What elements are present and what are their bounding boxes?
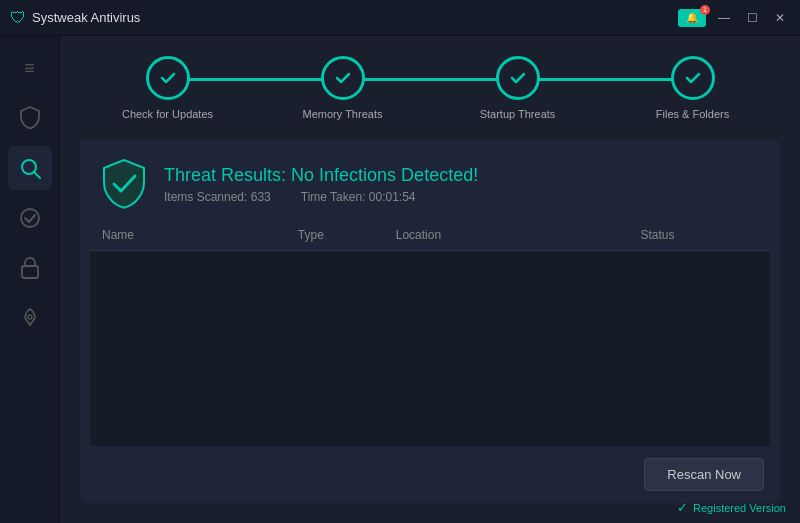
- progress-steps: Check for Updates Memory Threats Startup…: [80, 56, 780, 120]
- sidebar: ≡: [0, 36, 60, 523]
- main-layout: ≡: [0, 36, 800, 523]
- sidebar-item-scan[interactable]: [8, 146, 52, 190]
- results-title-prefix: Threat Results:: [164, 165, 286, 185]
- table-header: Name Type Location Status: [90, 220, 770, 251]
- step-check-updates: Check for Updates: [80, 56, 255, 120]
- hamburger-icon: ≡: [24, 58, 35, 79]
- col-location: Location: [396, 228, 641, 242]
- registered-text: Registered Version: [693, 502, 786, 514]
- results-table: Name Type Location Status: [90, 220, 770, 446]
- notification-badge: 1: [700, 5, 710, 15]
- window-controls: — ☐ ✕: [714, 8, 790, 28]
- results-footer: Rescan Now: [80, 446, 780, 503]
- checkmark-icon-2: [334, 69, 352, 87]
- app-title: Systweak Antivirus: [32, 10, 678, 25]
- svg-line-1: [34, 172, 40, 178]
- step-memory-threats: Memory Threats: [255, 56, 430, 120]
- step-label-4: Files & Folders: [656, 108, 729, 120]
- svg-point-4: [28, 315, 32, 319]
- hamburger-menu[interactable]: ≡: [8, 46, 52, 90]
- results-meta: Items Scanned: 633 Time Taken: 00:01:54: [164, 190, 478, 204]
- step-circle-2: [321, 56, 365, 100]
- maximize-button[interactable]: ☐: [742, 8, 762, 28]
- table-body: [90, 251, 770, 446]
- checkmark-icon-3: [509, 69, 527, 87]
- app-logo-icon: 🛡: [10, 9, 26, 27]
- col-type: Type: [298, 228, 396, 242]
- step-circle-3: [496, 56, 540, 100]
- sidebar-item-privacy[interactable]: [8, 246, 52, 290]
- col-name: Name: [102, 228, 298, 242]
- step-circle-4: [671, 56, 715, 100]
- content-area: Check for Updates Memory Threats Startup…: [60, 36, 800, 523]
- lock-nav-icon: [20, 256, 40, 280]
- scan-nav-icon: [19, 157, 41, 179]
- rescan-button[interactable]: Rescan Now: [644, 458, 764, 491]
- col-status: Status: [641, 228, 759, 242]
- items-scanned: Items Scanned: 633: [164, 190, 271, 204]
- step-label-3: Startup Threats: [480, 108, 556, 120]
- results-title-highlight: No Infections Detected!: [291, 165, 478, 185]
- minimize-button[interactable]: —: [714, 8, 734, 28]
- checkmark-icon-4: [684, 69, 702, 87]
- results-title: Threat Results: No Infections Detected!: [164, 165, 478, 186]
- sidebar-item-boost[interactable]: [8, 296, 52, 340]
- check-nav-icon: [19, 207, 41, 229]
- time-taken: Time Taken: 00:01:54: [301, 190, 416, 204]
- step-label-1: Check for Updates: [122, 108, 213, 120]
- svg-rect-3: [22, 266, 38, 278]
- sidebar-item-shield[interactable]: [8, 96, 52, 140]
- step-label-2: Memory Threats: [303, 108, 383, 120]
- sidebar-item-check[interactable]: [8, 196, 52, 240]
- notification-icon[interactable]: 🔔 1: [678, 9, 706, 27]
- results-panel: Threat Results: No Infections Detected! …: [80, 140, 780, 503]
- step-circle-1: [146, 56, 190, 100]
- status-bar: ✓ Registered Version: [677, 500, 786, 515]
- titlebar: 🛡 Systweak Antivirus 🔔 1 — ☐ ✕: [0, 0, 800, 36]
- rocket-nav-icon: [19, 307, 41, 329]
- results-header: Threat Results: No Infections Detected! …: [80, 140, 780, 220]
- shield-nav-icon: [19, 106, 41, 130]
- svg-point-2: [21, 209, 39, 227]
- step-files-folders: Files & Folders: [605, 56, 780, 120]
- step-startup-threats: Startup Threats: [430, 56, 605, 120]
- registered-icon: ✓: [677, 500, 688, 515]
- close-button[interactable]: ✕: [770, 8, 790, 28]
- checkmark-icon-1: [159, 69, 177, 87]
- results-text: Threat Results: No Infections Detected! …: [164, 165, 478, 204]
- shield-result-icon: [100, 158, 148, 210]
